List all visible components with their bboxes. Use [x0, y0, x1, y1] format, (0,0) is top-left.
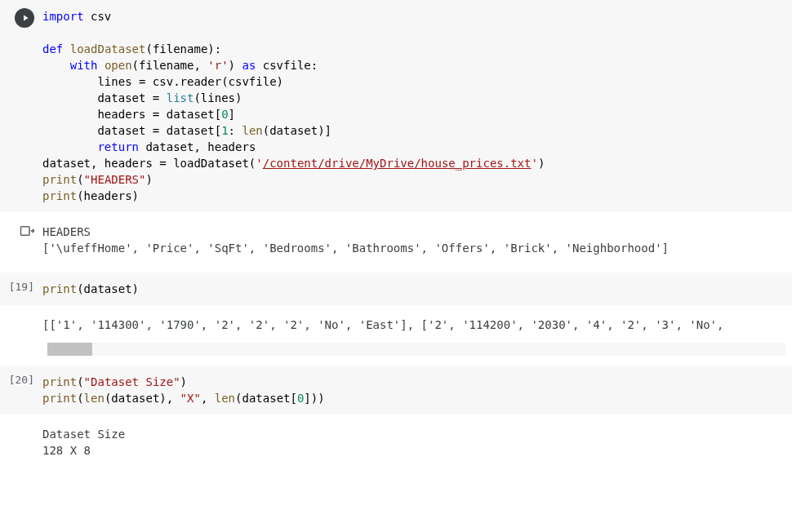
cell-gutter: [20] — [0, 366, 41, 386]
cell-output: HEADERS ['\ufeffHome', 'Price', 'SqFt', … — [41, 217, 792, 263]
code-cell: [20] print("Dataset Size") print(len(dat… — [0, 366, 792, 475]
code-cell-input-row: import csv def loadDataset(filename): wi… — [0, 0, 792, 212]
output-indicator-icon[interactable] — [20, 225, 34, 239]
cell-output: [['1', '114300', '1790', '2', '2', '2', … — [41, 310, 792, 339]
run-button[interactable] — [15, 8, 34, 28]
play-icon — [20, 13, 30, 23]
execution-count[interactable]: [20] — [9, 374, 34, 386]
code-cell-output-row: HEADERS ['\ufeffHome', 'Price', 'SqFt', … — [0, 212, 792, 263]
horizontal-scrollbar-thumb[interactable] — [47, 343, 92, 356]
code-editor[interactable]: import csv def loadDataset(filename): wi… — [41, 0, 792, 212]
cell-output: Dataset Size 128 X 8 — [41, 419, 792, 465]
output-arrow-icon — [20, 225, 34, 237]
cell-output-container: [['1', '114300', '1790', '2', '2', '2', … — [41, 310, 792, 356]
cell-gutter — [0, 310, 41, 318]
cell-gutter — [0, 0, 41, 28]
cell-gutter — [0, 217, 41, 239]
code-editor[interactable]: print(dataset) — [41, 273, 792, 305]
horizontal-scrollbar-track[interactable] — [47, 343, 785, 356]
svg-rect-0 — [21, 227, 30, 236]
code-cell-input-row: [20] print("Dataset Size") print(len(dat… — [0, 366, 792, 415]
cell-gutter — [0, 419, 41, 428]
code-editor[interactable]: print("Dataset Size") print(len(dataset)… — [41, 366, 792, 415]
code-cell-output-row: [['1', '114300', '1790', '2', '2', '2', … — [0, 305, 792, 356]
code-cell-input-row: [19] print(dataset) — [0, 273, 792, 305]
code-cell-output-row: Dataset Size 128 X 8 — [0, 415, 792, 465]
code-cell: [19] print(dataset) [['1', '114300', '17… — [0, 273, 792, 366]
code-cell: import csv def loadDataset(filename): wi… — [0, 0, 792, 273]
cell-gutter: [19] — [0, 273, 41, 293]
execution-count[interactable]: [19] — [9, 281, 34, 293]
